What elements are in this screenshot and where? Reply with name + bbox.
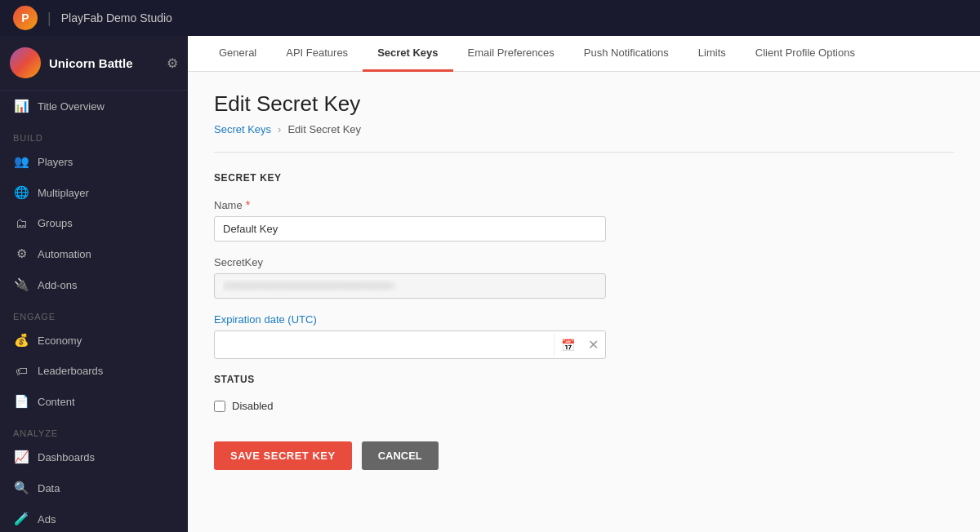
tab-bar: General API Features Secret Keys Email P… [188, 36, 980, 72]
game-name: Unicorn Battle [49, 56, 158, 70]
status-heading: STATUS [214, 374, 954, 385]
groups-label: Groups [38, 217, 73, 229]
section-divider [214, 152, 954, 153]
name-input[interactable] [214, 216, 606, 242]
page-title: Edit Secret Key [214, 91, 954, 117]
economy-icon: 💰 [13, 333, 29, 348]
topbar-divider: | [47, 10, 51, 27]
data-icon: 🔍 [13, 481, 29, 495]
action-buttons: SAVE SECRET KEY CANCEL [214, 441, 954, 470]
tab-client-profile-options[interactable]: Client Profile Options [741, 36, 870, 72]
studio-name: PlayFab Demo Studio [61, 11, 172, 24]
disabled-label: Disabled [232, 400, 274, 412]
tab-secret-keys[interactable]: Secret Keys [363, 36, 452, 72]
data-label: Data [38, 482, 60, 494]
secretkey-label: SecretKey [214, 256, 606, 268]
disabled-checkbox[interactable] [214, 401, 225, 412]
sidebar-item-ads[interactable]: 🧪 Ads [0, 503, 188, 532]
topbar: P | PlayFab Demo Studio [0, 0, 980, 36]
secret-key-section-heading: SECRET KEY [214, 172, 954, 184]
breadcrumb-current: Edit Secret Key [287, 123, 361, 135]
multiplayer-label: Multiplayer [38, 187, 89, 199]
playfab-logo: P [13, 6, 38, 30]
clear-date-icon[interactable]: ✕ [581, 331, 605, 358]
sidebar-item-economy[interactable]: 💰 Economy [0, 325, 188, 356]
sidebar-item-addons[interactable]: 🔌 Add-ons [0, 269, 188, 300]
sidebar-item-leaderboards[interactable]: 🏷 Leaderboards [0, 356, 188, 386]
ads-label: Ads [38, 513, 56, 525]
players-label: Players [38, 156, 73, 168]
sidebar-header: Unicorn Battle ⚙ [0, 36, 188, 91]
breadcrumb-separator: › [278, 123, 281, 135]
tab-api-features[interactable]: API Features [271, 36, 363, 72]
save-secret-key-button[interactable]: SAVE SECRET KEY [214, 441, 352, 470]
main-layout: Unicorn Battle ⚙ 📊 Title Overview BUILD … [0, 36, 980, 532]
sidebar-item-multiplayer[interactable]: 🌐 Multiplayer [0, 177, 188, 208]
name-required-marker: * [246, 198, 250, 211]
tab-push-notifications[interactable]: Push Notifications [569, 36, 684, 72]
title-overview-label: Title Overview [38, 100, 105, 113]
disabled-checkbox-row: Disabled [214, 400, 954, 412]
secretkey-input[interactable] [214, 273, 606, 299]
logo-text: P [21, 11, 29, 24]
automation-icon: ⚙ [13, 246, 29, 261]
content-icon: 📄 [13, 394, 29, 409]
tab-limits[interactable]: Limits [684, 36, 741, 72]
avatar [10, 47, 41, 78]
gear-icon[interactable]: ⚙ [167, 55, 178, 71]
sidebar-item-automation[interactable]: ⚙ Automation [0, 238, 188, 269]
sidebar-item-dashboards[interactable]: 📈 Dashboards [0, 441, 188, 472]
name-label: Name * [214, 198, 606, 211]
title-overview-icon: 📊 [13, 99, 29, 113]
name-form-group: Name * [214, 198, 606, 242]
sidebar-item-title-overview[interactable]: 📊 Title Overview [0, 91, 188, 122]
addons-label: Add-ons [38, 279, 77, 291]
status-section: STATUS Disabled [214, 374, 954, 412]
expiration-form-group: Expiration date (UTC) 📅 ✕ [214, 313, 606, 359]
calendar-icon[interactable]: 📅 [554, 333, 581, 357]
secretkey-form-group: SecretKey [214, 256, 606, 299]
sidebar-item-players[interactable]: 👥 Players [0, 146, 188, 177]
expiration-input[interactable] [215, 333, 554, 357]
sidebar: Unicorn Battle ⚙ 📊 Title Overview BUILD … [0, 36, 188, 532]
leaderboards-icon: 🏷 [13, 364, 29, 378]
content-label: Content [38, 396, 75, 408]
dashboards-icon: 📈 [13, 450, 29, 464]
tab-email-preferences[interactable]: Email Preferences [453, 36, 569, 72]
expiration-label: Expiration date (UTC) [214, 313, 606, 326]
sidebar-item-groups[interactable]: 🗂 Groups [0, 208, 188, 238]
ads-icon: 🧪 [13, 512, 29, 526]
cancel-button[interactable]: CANCEL [362, 441, 439, 470]
sidebar-item-data[interactable]: 🔍 Data [0, 472, 188, 503]
section-label-engage: ENGAGE [0, 300, 188, 325]
dashboards-label: Dashboards [38, 451, 95, 463]
addons-icon: 🔌 [13, 277, 29, 292]
expiration-input-wrapper: 📅 ✕ [214, 330, 606, 359]
automation-label: Automation [38, 248, 91, 260]
multiplayer-icon: 🌐 [13, 185, 29, 200]
breadcrumb-secret-keys-link[interactable]: Secret Keys [214, 123, 271, 135]
economy-label: Economy [38, 335, 82, 347]
sidebar-item-content[interactable]: 📄 Content [0, 386, 188, 417]
section-label-build: BUILD [0, 122, 188, 146]
leaderboards-label: Leaderboards [38, 365, 103, 377]
breadcrumb: Secret Keys › Edit Secret Key [214, 123, 954, 135]
groups-icon: 🗂 [13, 216, 29, 230]
tab-general[interactable]: General [204, 36, 271, 72]
page-content: Edit Secret Key Secret Keys › Edit Secre… [188, 72, 980, 532]
players-icon: 👥 [13, 154, 29, 169]
section-label-analyze: ANALYZE [0, 417, 188, 441]
content-area: General API Features Secret Keys Email P… [188, 36, 980, 532]
